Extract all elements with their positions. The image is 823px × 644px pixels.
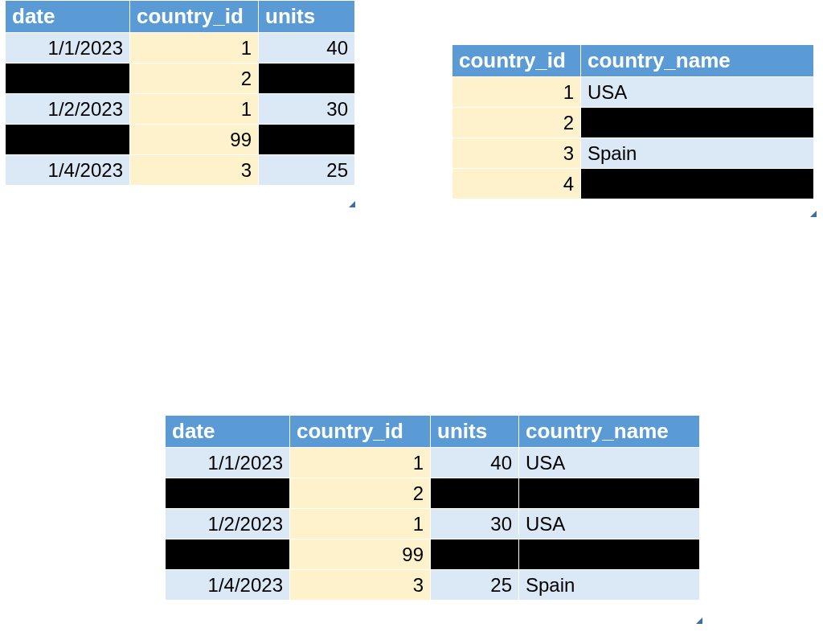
cell-date: 1/4/2023: [166, 570, 290, 601]
cell-country-name: [581, 169, 814, 199]
col-country-name: country_name: [519, 416, 700, 448]
cell-units: [259, 125, 355, 155]
table-row: 1 USA: [452, 77, 814, 108]
cell-date: 1/2/2023: [166, 509, 290, 539]
cell-units: 30: [431, 509, 519, 539]
table-row: 1/2/2023 1 30 USA: [166, 509, 700, 539]
cell-date: 1/4/2023: [6, 155, 130, 186]
cell-country-id: 2: [130, 64, 259, 94]
table-row: 99: [6, 125, 355, 155]
cell-units: 40: [259, 33, 355, 64]
table-row: 2: [452, 108, 814, 138]
col-country-id: country_id: [290, 416, 431, 448]
cell-country-name: [581, 108, 814, 138]
cell-country-id: 1: [452, 77, 581, 108]
col-units: units: [431, 416, 519, 448]
cell-country-id: 3: [130, 155, 259, 186]
table-row: 4: [452, 169, 814, 199]
cell-country-id: 99: [290, 539, 431, 570]
cell-date: 1/1/2023: [166, 448, 290, 478]
cell-country-name: [519, 478, 700, 509]
cell-units: 40: [431, 448, 519, 478]
col-date: date: [6, 1, 130, 33]
table-header-row: date country_id units country_name: [166, 416, 700, 448]
cell-country-name: [519, 539, 700, 570]
sales-table: date country_id units 1/1/2023 1 40 2 1/…: [5, 0, 355, 186]
cell-country-id: 99: [130, 125, 259, 155]
cell-country-name: USA: [519, 509, 700, 539]
table-row: 99: [166, 539, 700, 570]
cell-date: 1/2/2023: [6, 94, 130, 125]
table-row: 1/1/2023 1 40: [6, 33, 355, 64]
cell-country-id: 1: [130, 33, 259, 64]
cell-country-name: Spain: [581, 138, 814, 169]
cell-country-name: USA: [581, 77, 814, 108]
cell-country-id: 1: [290, 509, 431, 539]
table-header-row: date country_id units: [6, 1, 355, 33]
cell-units: [431, 539, 519, 570]
cell-country-id: 2: [452, 108, 581, 138]
cell-date: [166, 478, 290, 509]
cell-date: [6, 125, 130, 155]
countries-table: country_id country_name 1 USA 2 3 Spain …: [452, 44, 814, 199]
table-resize-handle-icon[interactable]: [810, 211, 817, 217]
table-resize-handle-icon[interactable]: [696, 617, 702, 624]
col-date: date: [166, 416, 290, 448]
col-country-name: country_name: [581, 45, 814, 77]
cell-country-name: Spain: [519, 570, 700, 601]
col-units: units: [259, 1, 355, 33]
cell-country-id: 1: [130, 94, 259, 125]
table-header-row: country_id country_name: [452, 45, 814, 77]
cell-units: 30: [259, 94, 355, 125]
cell-country-id: 4: [452, 169, 581, 199]
cell-country-id: 3: [452, 138, 581, 169]
table-row: 1/4/2023 3 25 Spain: [166, 570, 700, 601]
cell-units: 25: [259, 155, 355, 186]
cell-date: [166, 539, 290, 570]
cell-country-id: 1: [290, 448, 431, 478]
cell-units: [431, 478, 519, 509]
col-country-id: country_id: [452, 45, 581, 77]
table-row: 1/2/2023 1 30: [6, 94, 355, 125]
cell-date: [6, 64, 130, 94]
cell-country-name: USA: [519, 448, 700, 478]
table-row: 2: [6, 64, 355, 94]
cell-units: 25: [431, 570, 519, 601]
cell-units: [259, 64, 355, 94]
cell-country-id: 2: [290, 478, 431, 509]
cell-country-id: 3: [290, 570, 431, 601]
table-row: 2: [166, 478, 700, 509]
table-resize-handle-icon[interactable]: [349, 201, 355, 207]
table-row: 3 Spain: [452, 138, 814, 169]
table-row: 1/4/2023 3 25: [6, 155, 355, 186]
cell-date: 1/1/2023: [6, 33, 130, 64]
col-country-id: country_id: [130, 1, 259, 33]
joined-table: date country_id units country_name 1/1/2…: [165, 415, 700, 601]
table-row: 1/1/2023 1 40 USA: [166, 448, 700, 478]
